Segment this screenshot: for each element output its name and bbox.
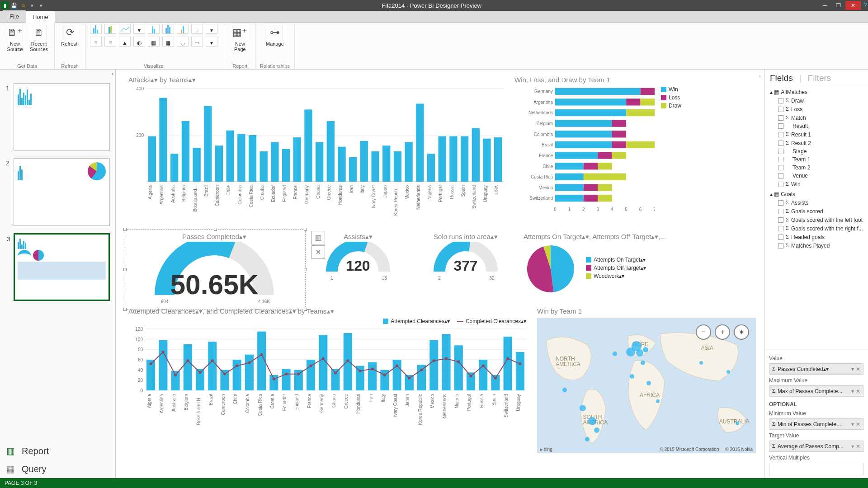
field-item[interactable]: ΣWin xyxy=(764,180,868,188)
viz-more2-icon[interactable]: ▾ xyxy=(206,37,217,47)
viz-hstack-icon[interactable]: ≡ xyxy=(104,37,116,47)
tab-home[interactable]: Home xyxy=(26,11,55,23)
popout-icon[interactable]: ▥ xyxy=(311,231,325,244)
close-button[interactable]: ✕ xyxy=(845,1,861,10)
minimize-button[interactable]: ─ xyxy=(818,1,832,10)
viz-more1-icon[interactable]: ▾ xyxy=(206,24,217,34)
chart-attacks[interactable]: Attacks▴▾ by Teams▴▾ 400200AlgeriaArgent… xyxy=(128,76,504,228)
field-item[interactable]: ΣMatches Played xyxy=(764,241,868,250)
field-item[interactable]: ΣGoals scored xyxy=(764,207,868,216)
checkbox-icon[interactable] xyxy=(778,217,783,223)
refresh-button[interactable]: ⟳Refresh xyxy=(59,24,80,47)
checkbox-icon[interactable] xyxy=(778,132,783,137)
viz-matrix-icon[interactable]: ▦ xyxy=(162,37,174,47)
field-item[interactable]: Team 2 xyxy=(764,164,868,172)
viz-card-icon[interactable]: ▭ xyxy=(191,37,203,47)
viz-col3-icon[interactable] xyxy=(177,24,189,34)
chart-attempts-pie[interactable]: Attempts On Target▴▾, Attempts Off-Targe… xyxy=(524,233,666,296)
viz-funnel-icon[interactable]: ▼ xyxy=(133,24,145,34)
checkbox-icon[interactable] xyxy=(778,98,783,103)
well-max-item[interactable]: ΣMax of Passes Complete...▾✕ xyxy=(769,385,863,397)
checkbox-icon[interactable] xyxy=(778,149,783,154)
page-thumb-1[interactable]: 1 xyxy=(14,83,110,151)
well-vmult-empty[interactable] xyxy=(769,463,863,475)
checkbox-icon[interactable] xyxy=(778,107,783,112)
checkbox-icon[interactable] xyxy=(778,123,783,129)
viz-col1-icon[interactable] xyxy=(148,24,160,34)
viz-gallery[interactable]: ▼ ⁘ ▾ ≡ ≡ ▲ ◐ ▦ ▦ ◡ ▭ ▾ xyxy=(90,24,217,47)
gauge-passes[interactable]: Passes Completed▴▾ 50.65K6044.16K xyxy=(128,233,300,306)
checkbox-icon[interactable] xyxy=(778,209,783,214)
new-page-button[interactable]: ▦⁺New Page xyxy=(230,24,250,53)
checkbox-icon[interactable] xyxy=(778,115,783,121)
field-item[interactable]: ΣLoss xyxy=(764,105,868,113)
page-thumb-3[interactable]: 3 xyxy=(14,233,110,301)
map-compass-button[interactable]: ✦ xyxy=(734,324,749,340)
remove-field-icon[interactable]: ✕ xyxy=(856,366,860,372)
field-item[interactable]: Stage xyxy=(764,147,868,155)
viz-pie-icon[interactable]: ◐ xyxy=(133,37,145,47)
well-value-item[interactable]: ΣPasses Completed▴▾▾✕ xyxy=(769,363,863,375)
smiley-icon[interactable]: ☺ xyxy=(19,1,27,9)
field-item[interactable]: ΣGoals scored with the right f... xyxy=(764,224,868,233)
undo-icon[interactable]: ▾ xyxy=(28,1,36,9)
checkbox-icon[interactable] xyxy=(778,182,783,187)
expand-chevron-icon[interactable]: › xyxy=(759,73,761,79)
table-goals[interactable]: ▴ ▦ Goals xyxy=(764,188,868,198)
checkbox-icon[interactable] xyxy=(778,200,783,206)
checkbox-icon[interactable] xyxy=(778,157,783,162)
tab-file[interactable]: File xyxy=(3,10,26,22)
report-canvas[interactable]: Attacks▴▾ by Teams▴▾ 400200AlgeriaArgent… xyxy=(116,70,764,478)
field-item[interactable]: ΣResult 1 xyxy=(764,130,868,139)
field-item[interactable]: Venue xyxy=(764,172,868,180)
viz-hbar-icon[interactable]: ≡ xyxy=(90,37,102,47)
manage-button[interactable]: ⊶Manage xyxy=(260,24,290,47)
field-item[interactable]: ΣMatch xyxy=(764,113,868,122)
help-icon[interactable]: ? xyxy=(863,1,867,10)
collapse-panel-icon[interactable]: ‹ xyxy=(112,70,113,77)
viz-scatter-icon[interactable]: ⁘ xyxy=(191,24,203,34)
field-item[interactable]: ΣGoals scored with the left foot xyxy=(764,216,868,224)
recent-sources-button[interactable]: 🗎Recent Sources xyxy=(28,24,50,53)
checkbox-icon[interactable] xyxy=(778,173,783,178)
map-zoom-in-button[interactable]: + xyxy=(715,324,730,340)
save-icon[interactable]: 💾 xyxy=(10,1,18,9)
filters-tab[interactable]: Filters xyxy=(808,73,831,83)
checkbox-icon[interactable] xyxy=(778,141,783,146)
page-thumb-2[interactable]: 2 xyxy=(14,158,110,226)
view-query[interactable]: ▦Query xyxy=(0,460,115,478)
field-item[interactable]: ΣHeaded goals xyxy=(764,233,868,241)
field-item[interactable]: ΣDraw xyxy=(764,96,868,105)
field-item[interactable]: Team 1 xyxy=(764,155,868,164)
chart-map-wins[interactable]: Win by Team 1 NORTHAMERICA SOUTHAMERICA … xyxy=(537,307,756,453)
fields-tab[interactable]: Fields xyxy=(770,73,793,83)
checkbox-icon[interactable] xyxy=(778,165,783,170)
well-min-item[interactable]: ΣMin of Passes Complete...▾✕ xyxy=(769,418,863,430)
viz-stacked-icon[interactable] xyxy=(104,24,116,34)
table-allmatches[interactable]: ▴ ▦ AllMatches xyxy=(764,86,868,96)
well-target-item[interactable]: ΣAverage of Passes Comp...▾✕ xyxy=(769,441,863,452)
chart-win-loss-draw[interactable]: Win, Loss, and Draw by Team 1 GermanyArg… xyxy=(514,76,756,228)
map-zoom-out-button[interactable]: − xyxy=(696,324,711,340)
field-item[interactable]: Result xyxy=(764,122,868,130)
gauge-solo[interactable]: Solo runs into area▴▾ 377232 xyxy=(416,233,515,288)
viz-area-icon[interactable]: ▲ xyxy=(119,37,131,47)
field-item[interactable]: ΣResult 2 xyxy=(764,139,868,147)
checkbox-icon[interactable] xyxy=(778,235,783,240)
restore-button[interactable]: ❐ xyxy=(832,1,845,10)
viz-col2-icon[interactable] xyxy=(162,24,174,34)
viz-line-icon[interactable] xyxy=(119,24,131,34)
qat-more-icon[interactable]: ▾ xyxy=(37,1,45,9)
view-report[interactable]: ▥Report xyxy=(0,442,115,460)
checkbox-icon[interactable] xyxy=(778,243,783,249)
viz-gauge-icon[interactable]: ◡ xyxy=(177,37,189,47)
map-viewport[interactable]: NORTHAMERICA SOUTHAMERICA ROPE AFRICA AS… xyxy=(537,318,756,453)
svg-point-219 xyxy=(371,367,374,370)
viz-table-icon[interactable]: ▦ xyxy=(148,37,160,47)
checkbox-icon[interactable] xyxy=(778,226,783,231)
chart-clearances[interactable]: Attempted Clearances▴▾, and Completed Cl… xyxy=(128,307,526,453)
new-source-button[interactable]: 🗎⁺New Source xyxy=(5,24,25,53)
viz-bar-icon[interactable] xyxy=(90,24,102,34)
remove-icon[interactable]: ✕ xyxy=(311,245,325,259)
field-item[interactable]: ΣAssists xyxy=(764,198,868,207)
